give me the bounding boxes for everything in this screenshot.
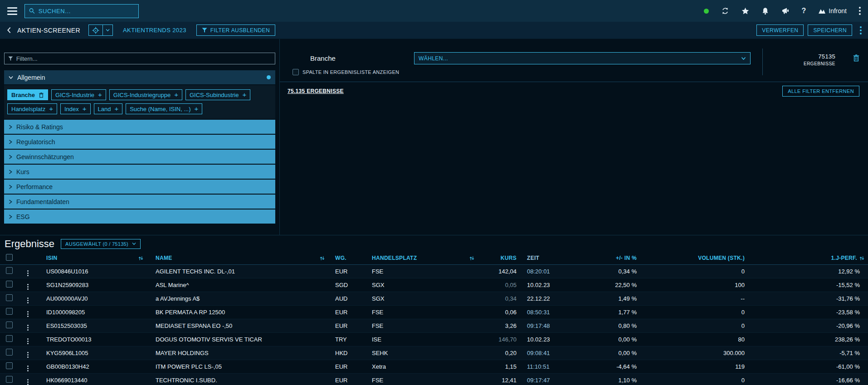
filter-chip[interactable]: GICS-Industrie + <box>51 89 106 100</box>
filter-section-allgemein[interactable]: Allgemein <box>4 70 275 84</box>
filter-chip[interactable]: Land + <box>94 103 123 114</box>
row-checkbox[interactable] <box>6 294 13 301</box>
show-column-checkbox[interactable] <box>293 69 299 75</box>
back-icon[interactable] <box>6 27 12 34</box>
table-row[interactable]: ID1000098205 BK PERMATA A RP 12500 EUR F… <box>0 305 868 319</box>
table-row[interactable]: ES0152503035 MEDIASET ESPANA EO -,50 EUR… <box>0 319 868 332</box>
bell-icon[interactable] <box>761 7 769 15</box>
column-header-isin[interactable]: ISIN <box>37 252 146 264</box>
row-checkbox[interactable] <box>6 308 13 315</box>
filter-chip[interactable]: Handelsplatz + <box>7 103 57 114</box>
column-header-perf[interactable]: 1.J-PERF. <box>767 252 868 264</box>
megaphone-icon[interactable] <box>781 7 790 15</box>
filter-section-label: Performance <box>16 183 53 190</box>
filter-section-header[interactable]: ESG <box>4 210 275 224</box>
row-checkbox[interactable] <box>6 322 13 328</box>
screen-name[interactable]: AKTIENTRENDS 2023 <box>123 27 186 34</box>
menu-icon[interactable] <box>7 7 17 15</box>
row-checkbox[interactable] <box>6 362 13 369</box>
row-menu-icon[interactable] <box>27 311 29 317</box>
table-row[interactable]: TREDOTO00013 DOGUS OTOMOTIV SERVIS VE TI… <box>0 332 868 346</box>
active-filter-editor: Branche WÄHLEN... SPALTE IN ERGEBNISLIST… <box>280 39 868 235</box>
table-row[interactable]: SG1N25909283 ASL Marine^ SGD SGX 0,05 10… <box>0 278 868 292</box>
row-menu-cell <box>18 346 37 360</box>
cell-time: 08:50:31 <box>526 305 586 319</box>
cell-volume: 0 <box>658 264 767 278</box>
link-target-button[interactable] <box>88 24 113 36</box>
refresh-icon[interactable] <box>721 7 729 15</box>
cell-perf: -61,00 % <box>767 360 868 373</box>
plus-icon: + <box>174 91 178 98</box>
row-menu-cell <box>18 373 37 385</box>
row-checkbox[interactable] <box>6 349 13 356</box>
results-count-link[interactable]: 75.135 ERGEBNISSE <box>288 88 344 94</box>
remove-filter-button[interactable] <box>853 54 860 63</box>
filter-chip[interactable]: GICS-Subindustrie + <box>185 89 250 100</box>
row-checkbox[interactable] <box>6 335 13 342</box>
row-checkbox[interactable] <box>6 376 13 383</box>
cell-exchange: SGX <box>364 292 477 305</box>
filter-section-label: ESG <box>16 213 30 220</box>
column-header-price[interactable]: KURS <box>477 252 526 264</box>
star-icon[interactable] <box>741 7 749 15</box>
filter-section-header[interactable]: Kurs <box>4 165 275 179</box>
filter-chip[interactable]: Suche (Name, ISIN, ...) + <box>126 103 202 114</box>
table-row[interactable]: HK0669013440 TECHTRONIC I.SUBD. EUR FSE … <box>0 373 868 385</box>
column-header-name[interactable]: NAME <box>146 252 327 264</box>
cell-time: 09:08:41 <box>526 346 586 360</box>
filter-search[interactable] <box>4 53 275 64</box>
row-menu-icon[interactable] <box>27 379 29 385</box>
filter-chip-active[interactable]: Branche <box>7 89 48 100</box>
hide-filters-button[interactable]: FILTER AUSBLENDEN <box>196 24 275 36</box>
branche-select[interactable]: WÄHLEN... <box>414 52 751 64</box>
filter-section-header[interactable]: Regulatorisch <box>4 135 275 149</box>
row-menu-cell <box>18 332 37 346</box>
table-row[interactable]: AU000000AVJ0 a AVJennings A$ AUD SGX 0,3… <box>0 292 868 305</box>
global-search[interactable] <box>24 4 139 18</box>
column-header-change[interactable]: +/- IN % <box>586 252 658 264</box>
table-row[interactable]: KYG5906L1005 MAYER HOLDINGS HKD SEHK 0,2… <box>0 346 868 360</box>
select-all-checkbox[interactable] <box>6 254 13 261</box>
topbar-overflow-icon[interactable] <box>859 7 861 15</box>
row-menu-icon[interactable] <box>27 297 29 303</box>
table-row[interactable]: US00846U1016 AGILENT TECHS INC. DL-,01 E… <box>0 264 868 278</box>
row-checkbox[interactable] <box>6 267 13 274</box>
row-menu-icon[interactable] <box>27 325 29 331</box>
selected-dropdown[interactable]: AUSGEWÄHLT (0 / 75135) <box>61 239 141 249</box>
help-icon[interactable]: ? <box>802 7 806 15</box>
row-menu-icon[interactable] <box>27 352 29 358</box>
row-checkbox[interactable] <box>6 281 13 288</box>
select-all-checkbox-cell[interactable] <box>0 252 18 264</box>
filter-section-header[interactable]: Performance <box>4 180 275 194</box>
filter-search-input[interactable] <box>16 55 271 62</box>
filter-chip-label: Branche <box>11 92 35 98</box>
filter-section-header[interactable]: Risiko & Ratings <box>4 120 275 134</box>
filter-chip-label: Handelsplatz <box>11 106 45 112</box>
filter-section-header[interactable]: Fundamentaldaten <box>4 195 275 209</box>
remove-all-filters-button[interactable]: ALLE FILTER ENTFERNEN <box>782 86 859 97</box>
discard-button[interactable]: VERWERFEN <box>756 24 804 36</box>
cell-perf: -16,66 % <box>767 373 868 385</box>
row-menu-icon[interactable] <box>27 284 29 290</box>
column-header-exchange[interactable]: HANDELSPLATZ <box>364 252 477 264</box>
cell-name: MAYER HOLDINGS <box>146 346 327 360</box>
chevron-right-icon <box>9 140 12 144</box>
filter-section-header[interactable]: Gewinnschätzungen <box>4 150 275 164</box>
table-row[interactable]: GB00B0130H42 ITM POWER PLC LS-,05 EUR Xe… <box>0 360 868 373</box>
row-menu-icon[interactable] <box>27 338 29 344</box>
column-header-volume[interactable]: VOLUMEN (STK.) <box>658 252 767 264</box>
filter-chip[interactable]: GICS-Industriegruppe + <box>109 89 182 100</box>
filter-chip[interactable]: Index + <box>60 103 91 114</box>
chevron-right-icon <box>9 170 12 174</box>
row-checkbox-cell <box>0 332 18 346</box>
toolbar-overflow-icon[interactable] <box>860 26 862 34</box>
cell-perf: -23,58 % <box>767 305 868 319</box>
row-checkbox-cell <box>0 319 18 332</box>
column-header-time[interactable]: ZEIT <box>526 252 586 264</box>
show-column-label: SPALTE IN ERGEBNISLISTE ANZEIGEN <box>302 69 399 75</box>
column-header-currency[interactable]: WG. <box>327 252 364 264</box>
row-menu-icon[interactable] <box>27 270 29 276</box>
save-button[interactable]: SPEICHERN <box>808 24 852 36</box>
row-menu-icon[interactable] <box>27 366 29 371</box>
search-input[interactable] <box>39 8 134 15</box>
